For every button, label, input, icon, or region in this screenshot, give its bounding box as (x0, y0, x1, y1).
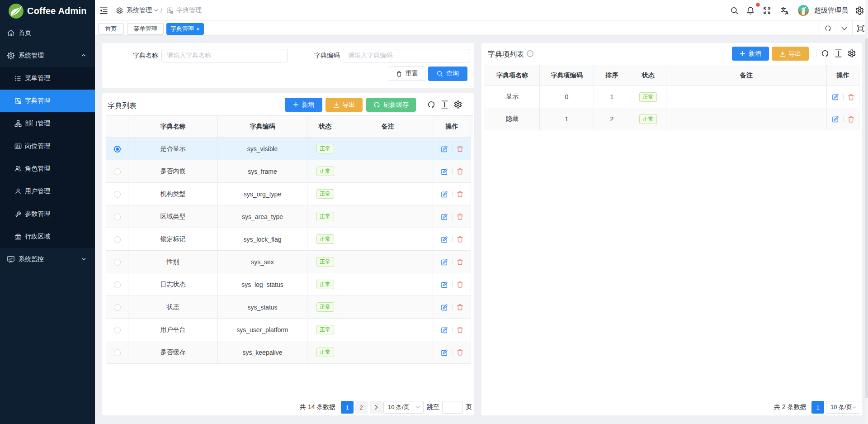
svg-text:A: A (785, 10, 789, 15)
